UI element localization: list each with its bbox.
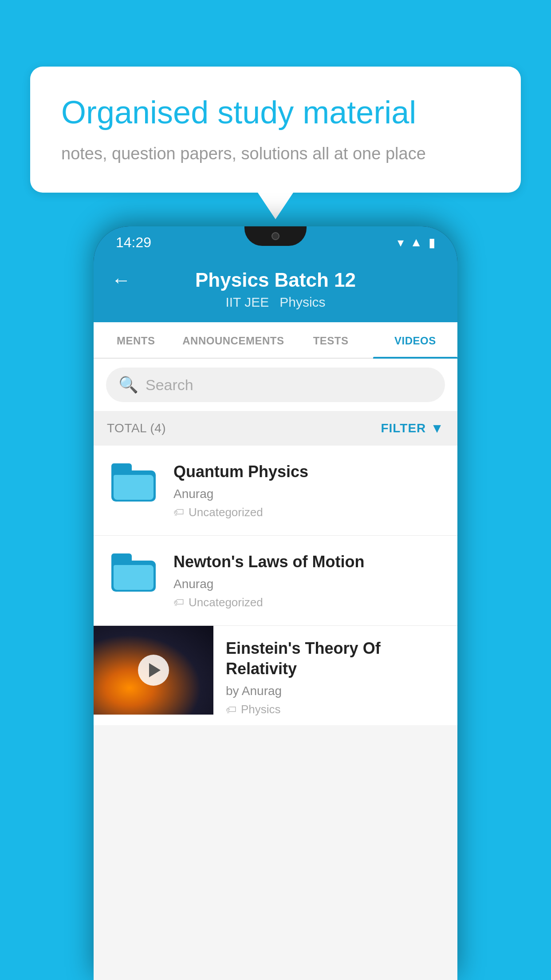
- status-bar: 14:29 ▾ ▲ ▮: [94, 226, 457, 258]
- speech-bubble-title: Organised study material: [61, 93, 490, 131]
- filter-icon: ▼: [430, 421, 444, 436]
- app-bar-title: Physics Batch 12: [195, 269, 356, 291]
- filter-bar: TOTAL (4) FILTER ▼: [94, 411, 457, 446]
- folder-front-1: [114, 475, 153, 500]
- app-bar: ← Physics Batch 12 IIT JEE Physics: [94, 258, 457, 322]
- tab-videos[interactable]: VIDEOS: [373, 322, 457, 358]
- play-triangle-3: [149, 663, 161, 677]
- app-bar-tag-physics: Physics: [279, 295, 325, 310]
- filter-button[interactable]: FILTER ▼: [381, 421, 444, 436]
- filter-label: FILTER: [381, 421, 426, 435]
- signal-icon: ▲: [410, 235, 422, 249]
- speech-bubble-arrow: [258, 193, 293, 219]
- back-button[interactable]: ←: [111, 269, 131, 291]
- notch: [244, 226, 307, 246]
- folder-icon-2: [111, 556, 156, 592]
- search-icon: 🔍: [118, 375, 138, 394]
- folder-front-2: [114, 565, 153, 590]
- tabs-container: MENTS ANNOUNCEMENTS TESTS VIDEOS: [94, 322, 457, 359]
- video-list: Quantum Physics Anurag 🏷 Uncategorized: [94, 446, 457, 725]
- wifi-icon: ▾: [398, 235, 404, 250]
- video-thumb-2: [107, 552, 160, 596]
- tag-icon-1: 🏷: [173, 506, 184, 518]
- phone-content: 🔍 Search TOTAL (4) FILTER ▼: [94, 359, 457, 980]
- video-info-1: Quantum Physics Anurag 🏷 Uncategorized: [173, 462, 444, 519]
- battery-icon: ▮: [429, 235, 435, 250]
- video-thumb-1: [107, 462, 160, 506]
- search-bar-container: 🔍 Search: [94, 359, 457, 411]
- tag-label-1: Uncategorized: [189, 506, 263, 519]
- app-bar-tags: IIT JEE Physics: [225, 295, 325, 310]
- video-author-2: Anurag: [173, 577, 444, 591]
- speech-bubble: Organised study material notes, question…: [30, 67, 521, 193]
- play-button-3[interactable]: [138, 655, 169, 686]
- video-title-2: Newton's Laws of Motion: [173, 552, 444, 573]
- video-info-2: Newton's Laws of Motion Anurag 🏷 Uncateg…: [173, 552, 444, 609]
- folder-icon-1: [111, 466, 156, 502]
- status-icons: ▾ ▲ ▮: [398, 235, 435, 250]
- tag-icon-2: 🏷: [173, 596, 184, 609]
- list-item[interactable]: Newton's Laws of Motion Anurag 🏷 Uncateg…: [94, 536, 457, 626]
- list-item[interactable]: Einstein's Theory Of Relativity by Anura…: [94, 626, 457, 726]
- video-tag-2: 🏷 Uncategorized: [173, 596, 444, 609]
- tab-ments[interactable]: MENTS: [94, 322, 178, 358]
- speech-bubble-container: Organised study material notes, question…: [30, 67, 521, 219]
- speech-bubble-subtitle: notes, question papers, solutions all at…: [61, 142, 490, 166]
- app-bar-tag-iitjee: IIT JEE: [225, 295, 269, 310]
- video-author-1: Anurag: [173, 487, 444, 501]
- search-placeholder: Search: [146, 376, 193, 394]
- video-info-3: Einstein's Theory Of Relativity by Anura…: [213, 626, 457, 726]
- total-label: TOTAL (4): [107, 421, 166, 435]
- video-tag-1: 🏷 Uncategorized: [173, 506, 444, 519]
- status-time: 14:29: [116, 234, 151, 251]
- tab-tests[interactable]: TESTS: [288, 322, 373, 358]
- phone-frame: 14:29 ▾ ▲ ▮ ← Physics Batch 12 IIT JEE P…: [94, 226, 457, 980]
- list-item[interactable]: Quantum Physics Anurag 🏷 Uncategorized: [94, 446, 457, 536]
- tag-label-2: Uncategorized: [189, 596, 263, 609]
- video-title-3: Einstein's Theory Of Relativity: [226, 638, 445, 680]
- tag-label-3: Physics: [241, 703, 281, 716]
- video-tag-3: 🏷 Physics: [226, 703, 445, 716]
- search-bar[interactable]: 🔍 Search: [106, 368, 445, 402]
- tab-announcements[interactable]: ANNOUNCEMENTS: [178, 322, 288, 358]
- camera-dot: [272, 232, 279, 240]
- video-title-1: Quantum Physics: [173, 462, 444, 482]
- video-author-3: by Anurag: [226, 684, 445, 698]
- video-thumbnail-img-3: [94, 626, 213, 715]
- tag-icon-3: 🏷: [226, 703, 236, 716]
